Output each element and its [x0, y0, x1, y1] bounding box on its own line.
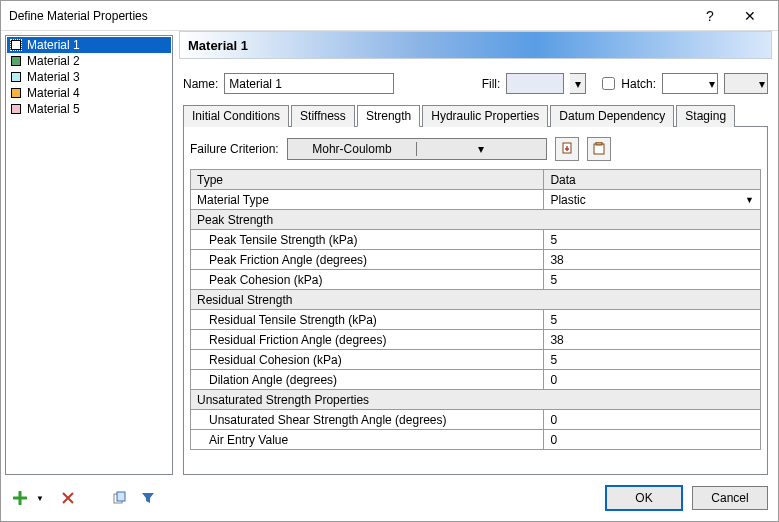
fill-label: Fill: [482, 77, 501, 91]
chevron-down-icon: ▾ [416, 142, 546, 156]
copy-from-icon[interactable] [555, 137, 579, 161]
material-list[interactable]: Material 1Material 2Material 3Material 4… [5, 35, 173, 475]
grid-value-cell[interactable]: 38 [544, 330, 761, 350]
material-swatch-icon [11, 40, 21, 50]
grid-value-cell[interactable]: 5 [544, 230, 761, 250]
failure-criterion-value: Mohr-Coulomb [288, 142, 417, 156]
table-row: Peak Tensile Strength (kPa)5 [191, 230, 761, 250]
ok-button[interactable]: OK [606, 486, 682, 510]
grid-label: Peak Tensile Strength (kPa) [191, 230, 544, 250]
grid-value-cell[interactable]: 38 [544, 250, 761, 270]
tab-initial-conditions[interactable]: Initial Conditions [183, 105, 289, 127]
sidebar-item-label: Material 3 [27, 70, 80, 84]
table-row: Peak Cohesion (kPa)5 [191, 270, 761, 290]
hatch-check-input[interactable] [602, 77, 615, 90]
sidebar-item-label: Material 4 [27, 86, 80, 100]
table-row: Unsaturated Shear Strength Angle (degree… [191, 410, 761, 430]
tab-hydraulic-properties[interactable]: Hydraulic Properties [422, 105, 548, 127]
table-row: Residual Strength [191, 290, 761, 310]
svg-rect-2 [596, 142, 602, 145]
hatch-checkbox[interactable]: Hatch: [598, 74, 656, 93]
paste-to-icon[interactable] [587, 137, 611, 161]
failure-criterion-label: Failure Criterion: [190, 142, 279, 156]
titlebar: Define Material Properties ? ✕ [1, 1, 778, 31]
grid-value-cell[interactable]: 5 [544, 270, 761, 290]
window-title: Define Material Properties [9, 9, 690, 23]
table-row: Dilation Angle (degrees)0 [191, 370, 761, 390]
sidebar-item-label: Material 2 [27, 54, 80, 68]
svg-rect-4 [117, 492, 125, 501]
filter-icon[interactable] [139, 489, 157, 507]
col-data[interactable]: Data [544, 170, 761, 190]
grid-label: Residual Tensile Strength (kPa) [191, 310, 544, 330]
hatch-label: Hatch: [621, 77, 656, 91]
failure-criterion-row: Failure Criterion: Mohr-Coulomb ▾ [190, 137, 761, 161]
sidebar-item-material-4[interactable]: Material 4 [7, 85, 171, 101]
grid-value-cell[interactable]: 0 [544, 430, 761, 450]
material-heading: Material 1 [179, 31, 772, 59]
table-row: Residual Tensile Strength (kPa)5 [191, 310, 761, 330]
grid-section: Unsaturated Strength Properties [191, 390, 761, 410]
name-row: Name: Fill: ▾ Hatch: ▾ ▾ [183, 73, 768, 94]
tab-datum-dependency[interactable]: Datum Dependency [550, 105, 674, 127]
sidebar-item-material-1[interactable]: Material 1 [7, 37, 171, 53]
material-swatch-icon [11, 88, 21, 98]
col-type[interactable]: Type [191, 170, 544, 190]
tab-strength[interactable]: Strength [357, 105, 420, 127]
grid-section: Peak Strength [191, 210, 761, 230]
sidebar-item-material-2[interactable]: Material 2 [7, 53, 171, 69]
table-row: Peak Strength [191, 210, 761, 230]
grid-label: Air Entry Value [191, 430, 544, 450]
chevron-down-icon: ▼ [745, 195, 754, 205]
add-icon[interactable] [11, 489, 29, 507]
table-row: Air Entry Value0 [191, 430, 761, 450]
grid-label: Material Type [191, 190, 544, 210]
cancel-button[interactable]: Cancel [692, 486, 768, 510]
failure-criterion-select[interactable]: Mohr-Coulomb ▾ [287, 138, 547, 160]
table-row: Material TypePlastic▼ [191, 190, 761, 210]
table-row: Residual Cohesion (kPa)5 [191, 350, 761, 370]
hatch-color-combo[interactable]: ▾ [724, 73, 768, 94]
help-button[interactable]: ? [690, 4, 730, 28]
grid-label: Residual Friction Angle (degrees) [191, 330, 544, 350]
sidebar-item-label: Material 5 [27, 102, 80, 116]
add-dropdown-icon[interactable]: ▼ [31, 489, 49, 507]
footer: ▼ OK Cancel [1, 475, 778, 521]
grid-value-cell[interactable]: Plastic▼ [544, 190, 761, 210]
close-button[interactable]: ✕ [730, 4, 770, 28]
copy-icon[interactable] [111, 489, 129, 507]
hatch-pattern-combo[interactable]: ▾ [662, 73, 718, 94]
material-swatch-icon [11, 56, 21, 66]
grid-value-cell[interactable]: 0 [544, 370, 761, 390]
name-label: Name: [183, 77, 218, 91]
fill-swatch[interactable] [506, 73, 564, 94]
sidebar-item-label: Material 1 [27, 38, 80, 52]
sidebar-item-material-5[interactable]: Material 5 [7, 101, 171, 117]
grid-label: Residual Cohesion (kPa) [191, 350, 544, 370]
strength-grid[interactable]: Type Data Material TypePlastic▼Peak Stre… [190, 169, 761, 450]
grid-value-cell[interactable]: 0 [544, 410, 761, 430]
table-row: Residual Friction Angle (degrees)38 [191, 330, 761, 350]
grid-label: Peak Cohesion (kPa) [191, 270, 544, 290]
table-row: Peak Friction Angle (degrees)38 [191, 250, 761, 270]
grid-value-cell[interactable]: 5 [544, 310, 761, 330]
grid-label: Peak Friction Angle (degrees) [191, 250, 544, 270]
tab-staging[interactable]: Staging [676, 105, 735, 127]
sidebar-item-material-3[interactable]: Material 3 [7, 69, 171, 85]
delete-icon[interactable] [59, 489, 77, 507]
tab-strength-body: Failure Criterion: Mohr-Coulomb ▾ Type [183, 127, 768, 475]
dialog-window: Define Material Properties ? ✕ Material … [0, 0, 779, 522]
grid-label: Dilation Angle (degrees) [191, 370, 544, 390]
material-swatch-icon [11, 72, 21, 82]
fill-dropdown[interactable]: ▾ [570, 73, 586, 94]
tab-stiffness[interactable]: Stiffness [291, 105, 355, 127]
table-row: Unsaturated Strength Properties [191, 390, 761, 410]
name-input[interactable] [224, 73, 394, 94]
grid-label: Unsaturated Shear Strength Angle (degree… [191, 410, 544, 430]
main-panel: Material 1 Name: Fill: ▾ Hatch: ▾ ▾ Init… [177, 31, 778, 475]
dialog-body: Material 1Material 2Material 3Material 4… [1, 31, 778, 475]
material-swatch-icon [11, 104, 21, 114]
tab-strip: Initial ConditionsStiffnessStrengthHydra… [183, 104, 768, 127]
grid-section: Residual Strength [191, 290, 761, 310]
grid-value-cell[interactable]: 5 [544, 350, 761, 370]
